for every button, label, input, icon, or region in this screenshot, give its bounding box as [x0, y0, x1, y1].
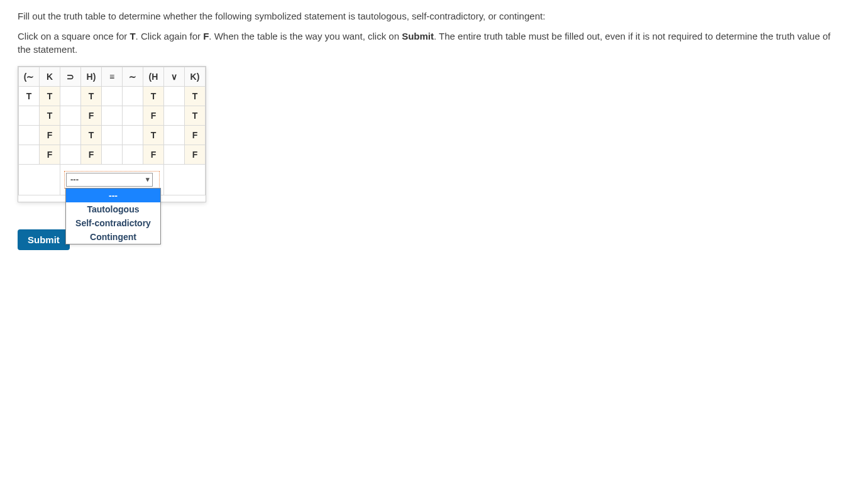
truth-cell[interactable]: [164, 145, 185, 164]
given-cell: T: [81, 86, 102, 106]
column-header: K: [40, 67, 60, 86]
truth-cell[interactable]: T: [19, 86, 40, 106]
select-focus-ring: --- ▾: [64, 171, 160, 189]
truth-cell[interactable]: [60, 125, 81, 145]
truth-table-row: TFFT: [19, 106, 206, 125]
truth-cell[interactable]: [123, 125, 143, 145]
instruction-line-1: Fill out the truth table to determine wh…: [18, 10, 837, 23]
instruction-line-2: Click on a square once for T. Click agai…: [18, 30, 837, 56]
truth-cell[interactable]: [164, 125, 185, 145]
dropdown-option[interactable]: Tautologous: [66, 202, 160, 216]
given-cell: F: [143, 106, 164, 125]
truth-cell[interactable]: [123, 145, 143, 164]
truth-cell[interactable]: [102, 106, 123, 125]
select-value: ---: [70, 175, 79, 184]
classification-select[interactable]: --- ▾: [66, 173, 153, 187]
given-cell: T: [40, 106, 60, 125]
column-header: (∼: [19, 67, 40, 86]
column-header: ≡: [102, 67, 123, 86]
truth-cell[interactable]: [123, 106, 143, 125]
truth-cell[interactable]: [19, 125, 40, 145]
given-cell: F: [81, 106, 102, 125]
given-cell: F: [40, 145, 60, 164]
truth-cell[interactable]: [123, 86, 143, 106]
column-header: ⊃: [60, 67, 81, 86]
column-header: H): [81, 67, 102, 86]
column-header: ∨: [164, 67, 185, 86]
given-cell: F: [143, 145, 164, 164]
given-cell: F: [185, 125, 206, 145]
given-cell: T: [143, 125, 164, 145]
given-cell: F: [81, 145, 102, 164]
column-header: ∼: [123, 67, 143, 86]
classification-dropdown-list[interactable]: ---TautologousSelf-contradictoryContinge…: [65, 188, 161, 244]
truth-cell[interactable]: [60, 106, 81, 125]
submit-button[interactable]: Submit: [18, 229, 70, 250]
truth-cell[interactable]: [102, 145, 123, 164]
truth-table-header-row: (∼K⊃H)≡∼(H∨K): [19, 67, 206, 86]
truth-cell[interactable]: [60, 145, 81, 164]
truth-cell[interactable]: [164, 86, 185, 106]
dropdown-option[interactable]: Self-contradictory: [66, 216, 160, 230]
truth-table-container: (∼K⊃H)≡∼(H∨K) TTTTTTFFTFTTFFFFF --- ▾: [18, 66, 206, 202]
truth-table-row: FTTF: [19, 125, 206, 145]
given-cell: T: [185, 86, 206, 106]
classification-select-cell: --- ▾ ---TautologousSelf-contradictoryCo…: [60, 164, 164, 195]
classification-row: --- ▾ ---TautologousSelf-contradictoryCo…: [19, 164, 206, 195]
column-header: (H: [143, 67, 164, 86]
dropdown-option[interactable]: ---: [66, 189, 160, 202]
given-cell: F: [40, 125, 60, 145]
given-cell: F: [185, 145, 206, 164]
given-cell: T: [185, 106, 206, 125]
truth-table-row: FFFF: [19, 145, 206, 164]
chevron-down-icon: ▾: [146, 175, 150, 184]
dropdown-option[interactable]: Contingent: [66, 230, 160, 244]
given-cell: T: [40, 86, 60, 106]
instructions-block: Fill out the truth table to determine wh…: [18, 10, 837, 56]
empty-cell: [19, 164, 60, 195]
truth-cell[interactable]: [19, 145, 40, 164]
given-cell: T: [143, 86, 164, 106]
empty-cell: [164, 164, 206, 195]
truth-cell[interactable]: [164, 106, 185, 125]
truth-cell[interactable]: [19, 106, 40, 125]
given-cell: T: [81, 125, 102, 145]
truth-table: (∼K⊃H)≡∼(H∨K) TTTTTTFFTFTTFFFFF --- ▾: [18, 67, 206, 195]
truth-table-row: TTTTT: [19, 86, 206, 106]
column-header: K): [185, 67, 206, 86]
truth-cell[interactable]: [60, 86, 81, 106]
classification-select-container: --- ▾ ---TautologousSelf-contradictoryCo…: [64, 171, 160, 189]
truth-cell[interactable]: [102, 125, 123, 145]
truth-cell[interactable]: [102, 86, 123, 106]
